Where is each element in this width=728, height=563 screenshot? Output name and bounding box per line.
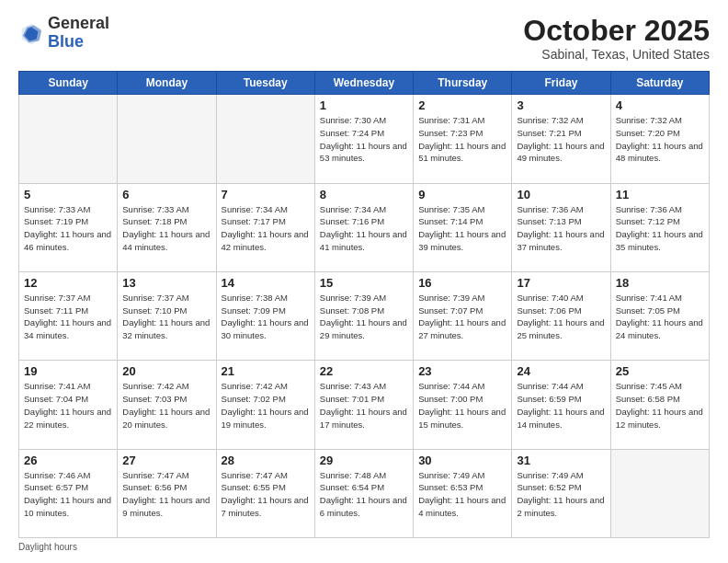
calendar-week-1: 1Sunrise: 7:30 AM Sunset: 7:24 PM Daylig…	[19, 95, 710, 183]
calendar-cell: 18Sunrise: 7:41 AM Sunset: 7:05 PM Dayli…	[610, 271, 709, 360]
day-info: Sunrise: 7:45 AM Sunset: 6:58 PM Dayligh…	[616, 380, 704, 431]
day-number: 13	[122, 276, 210, 290]
calendar-cell: 10Sunrise: 7:36 AM Sunset: 7:13 PM Dayli…	[512, 183, 610, 271]
calendar-cell: 6Sunrise: 7:33 AM Sunset: 7:18 PM Daylig…	[118, 183, 216, 271]
calendar-cell: 28Sunrise: 7:47 AM Sunset: 6:55 PM Dayli…	[216, 449, 314, 537]
day-info: Sunrise: 7:44 AM Sunset: 6:59 PM Dayligh…	[517, 380, 605, 431]
day-info: Sunrise: 7:38 AM Sunset: 7:09 PM Dayligh…	[222, 292, 310, 342]
day-number: 30	[418, 454, 506, 467]
day-info: Sunrise: 7:48 AM Sunset: 6:54 PM Dayligh…	[320, 469, 408, 520]
day-info: Sunrise: 7:36 AM Sunset: 7:12 PM Dayligh…	[616, 203, 704, 254]
day-header-saturday: Saturday	[610, 72, 709, 95]
calendar-week-3: 12Sunrise: 7:37 AM Sunset: 7:11 PM Dayli…	[19, 271, 710, 360]
day-info: Sunrise: 7:33 AM Sunset: 7:19 PM Dayligh…	[24, 203, 112, 254]
day-number: 15	[320, 276, 408, 290]
calendar-cell: 16Sunrise: 7:39 AM Sunset: 7:07 PM Dayli…	[414, 271, 512, 360]
day-info: Sunrise: 7:31 AM Sunset: 7:23 PM Dayligh…	[418, 114, 506, 165]
day-info: Sunrise: 7:42 AM Sunset: 7:03 PM Dayligh…	[122, 380, 210, 431]
day-number: 11	[616, 188, 704, 201]
calendar-cell: 30Sunrise: 7:49 AM Sunset: 6:53 PM Dayli…	[414, 449, 512, 537]
day-info: Sunrise: 7:34 AM Sunset: 7:17 PM Dayligh…	[222, 203, 310, 254]
calendar-cell: 29Sunrise: 7:48 AM Sunset: 6:54 PM Dayli…	[314, 449, 413, 537]
calendar-cell: 5Sunrise: 7:33 AM Sunset: 7:19 PM Daylig…	[19, 183, 118, 271]
day-number: 22	[320, 364, 408, 378]
calendar-cell	[610, 449, 709, 537]
calendar-cell: 31Sunrise: 7:49 AM Sunset: 6:52 PM Dayli…	[512, 449, 610, 537]
day-number: 29	[320, 454, 408, 467]
day-number: 12	[24, 276, 112, 290]
calendar-cell: 9Sunrise: 7:35 AM Sunset: 7:14 PM Daylig…	[414, 183, 512, 271]
day-info: Sunrise: 7:32 AM Sunset: 7:21 PM Dayligh…	[517, 114, 605, 165]
calendar-cell: 26Sunrise: 7:46 AM Sunset: 6:57 PM Dayli…	[19, 449, 118, 537]
calendar-cell: 23Sunrise: 7:44 AM Sunset: 7:00 PM Dayli…	[414, 361, 512, 449]
calendar-cell: 8Sunrise: 7:34 AM Sunset: 7:16 PM Daylig…	[314, 183, 413, 271]
logo-icon	[18, 20, 44, 46]
calendar-cell: 12Sunrise: 7:37 AM Sunset: 7:11 PM Dayli…	[19, 271, 118, 360]
day-info: Sunrise: 7:43 AM Sunset: 7:01 PM Dayligh…	[320, 380, 408, 431]
title-block: October 2025 Sabinal, Texas, United Stat…	[523, 15, 710, 62]
day-number: 2	[418, 98, 506, 112]
footer-note: Daylight hours	[18, 542, 710, 552]
day-header-thursday: Thursday	[414, 72, 512, 95]
day-info: Sunrise: 7:47 AM Sunset: 6:56 PM Dayligh…	[122, 469, 210, 520]
day-info: Sunrise: 7:39 AM Sunset: 7:07 PM Dayligh…	[418, 292, 506, 342]
day-number: 24	[517, 364, 605, 378]
calendar-cell: 15Sunrise: 7:39 AM Sunset: 7:08 PM Dayli…	[314, 271, 413, 360]
day-number: 21	[222, 364, 310, 378]
month-title: October 2025	[523, 15, 710, 47]
calendar-week-5: 26Sunrise: 7:46 AM Sunset: 6:57 PM Dayli…	[19, 449, 710, 537]
calendar-cell: 22Sunrise: 7:43 AM Sunset: 7:01 PM Dayli…	[314, 361, 413, 449]
day-info: Sunrise: 7:33 AM Sunset: 7:18 PM Dayligh…	[122, 203, 210, 254]
day-number: 28	[222, 454, 310, 467]
day-number: 14	[222, 276, 310, 290]
day-info: Sunrise: 7:49 AM Sunset: 6:52 PM Dayligh…	[517, 469, 605, 520]
day-number: 16	[418, 276, 506, 290]
day-number: 17	[517, 276, 605, 290]
location: Sabinal, Texas, United States	[523, 47, 710, 62]
day-info: Sunrise: 7:47 AM Sunset: 6:55 PM Dayligh…	[222, 469, 310, 520]
page: General Blue October 2025 Sabinal, Texas…	[0, 0, 728, 563]
calendar-cell	[19, 95, 118, 183]
day-header-sunday: Sunday	[19, 72, 118, 95]
day-number: 8	[320, 188, 408, 201]
daylight-hours-label: Daylight hours	[18, 542, 77, 552]
day-info: Sunrise: 7:37 AM Sunset: 7:10 PM Dayligh…	[122, 292, 210, 342]
day-header-tuesday: Tuesday	[216, 72, 314, 95]
day-info: Sunrise: 7:41 AM Sunset: 7:04 PM Dayligh…	[24, 380, 112, 431]
day-number: 6	[122, 188, 210, 201]
header: General Blue October 2025 Sabinal, Texas…	[18, 15, 710, 62]
calendar-cell: 17Sunrise: 7:40 AM Sunset: 7:06 PM Dayli…	[512, 271, 610, 360]
calendar-cell: 1Sunrise: 7:30 AM Sunset: 7:24 PM Daylig…	[314, 95, 413, 183]
day-number: 5	[24, 188, 112, 201]
day-number: 3	[517, 98, 605, 112]
day-number: 10	[517, 188, 605, 201]
calendar-table: SundayMondayTuesdayWednesdayThursdayFrid…	[18, 71, 710, 538]
calendar-cell: 4Sunrise: 7:32 AM Sunset: 7:20 PM Daylig…	[610, 95, 709, 183]
day-number: 18	[616, 276, 704, 290]
calendar-cell	[216, 95, 314, 183]
calendar-header-row: SundayMondayTuesdayWednesdayThursdayFrid…	[19, 72, 710, 95]
calendar-cell	[118, 95, 216, 183]
day-number: 4	[616, 98, 704, 112]
logo: General Blue	[18, 15, 109, 52]
day-info: Sunrise: 7:44 AM Sunset: 7:00 PM Dayligh…	[418, 380, 506, 431]
calendar-cell: 7Sunrise: 7:34 AM Sunset: 7:17 PM Daylig…	[216, 183, 314, 271]
day-number: 25	[616, 364, 704, 378]
day-header-monday: Monday	[118, 72, 216, 95]
calendar-cell: 3Sunrise: 7:32 AM Sunset: 7:21 PM Daylig…	[512, 95, 610, 183]
day-info: Sunrise: 7:30 AM Sunset: 7:24 PM Dayligh…	[320, 114, 408, 165]
day-info: Sunrise: 7:41 AM Sunset: 7:05 PM Dayligh…	[616, 292, 704, 342]
day-info: Sunrise: 7:37 AM Sunset: 7:11 PM Dayligh…	[24, 292, 112, 342]
calendar-cell: 21Sunrise: 7:42 AM Sunset: 7:02 PM Dayli…	[216, 361, 314, 449]
calendar-cell: 20Sunrise: 7:42 AM Sunset: 7:03 PM Dayli…	[118, 361, 216, 449]
logo-text: General Blue	[48, 15, 109, 52]
calendar-cell: 14Sunrise: 7:38 AM Sunset: 7:09 PM Dayli…	[216, 271, 314, 360]
day-number: 9	[418, 188, 506, 201]
day-info: Sunrise: 7:36 AM Sunset: 7:13 PM Dayligh…	[517, 203, 605, 254]
calendar-cell: 2Sunrise: 7:31 AM Sunset: 7:23 PM Daylig…	[414, 95, 512, 183]
calendar-cell: 11Sunrise: 7:36 AM Sunset: 7:12 PM Dayli…	[610, 183, 709, 271]
day-info: Sunrise: 7:42 AM Sunset: 7:02 PM Dayligh…	[222, 380, 310, 431]
calendar-week-4: 19Sunrise: 7:41 AM Sunset: 7:04 PM Dayli…	[19, 361, 710, 449]
day-number: 26	[24, 454, 112, 467]
calendar-week-2: 5Sunrise: 7:33 AM Sunset: 7:19 PM Daylig…	[19, 183, 710, 271]
